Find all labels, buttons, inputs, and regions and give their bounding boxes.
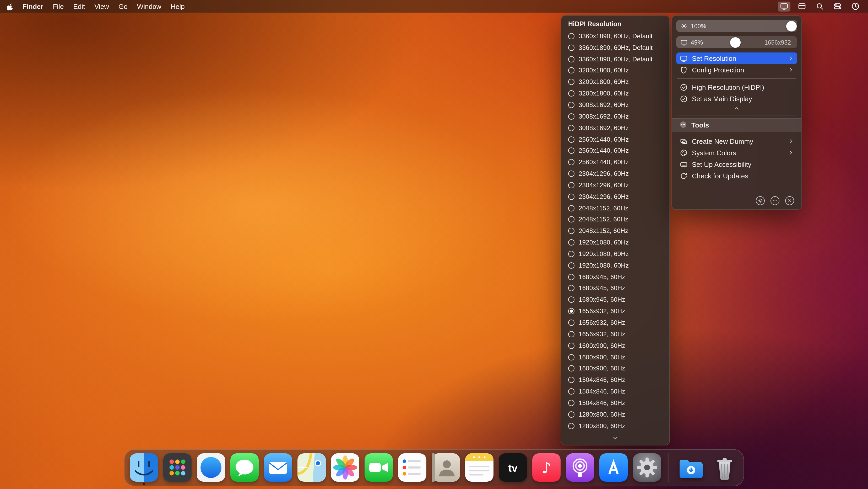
menu-go[interactable]: Go bbox=[119, 2, 128, 10]
menu-item-system-colors[interactable]: System Colors bbox=[676, 147, 797, 159]
apple-menu-icon[interactable] bbox=[6, 2, 13, 10]
resolution-option-label: 1504x846, 60Hz bbox=[579, 376, 625, 383]
resolution-option[interactable]: 2560x1440, 60Hz bbox=[567, 134, 664, 145]
dock-trash-icon[interactable] bbox=[709, 452, 739, 482]
resolution-option[interactable]: 2560x1440, 60Hz bbox=[567, 156, 664, 168]
resolution-option[interactable]: 3200x1800, 60Hz bbox=[567, 65, 664, 76]
dock-photos-icon[interactable] bbox=[330, 452, 360, 482]
resolution-option[interactable]: 1504x846, 60Hz bbox=[567, 374, 664, 386]
resolution-option[interactable]: 3008x1692, 60Hz bbox=[567, 99, 664, 111]
dock-app-store-icon[interactable] bbox=[598, 452, 628, 482]
dock-messages-icon[interactable] bbox=[229, 452, 259, 482]
resolution-option[interactable]: 1920x1080, 60Hz bbox=[567, 237, 664, 248]
resolution-option[interactable]: 1656x932, 60Hz bbox=[567, 306, 664, 317]
menu-window[interactable]: Window bbox=[137, 2, 161, 10]
resolution-option-label: 2048x1152, 60Hz bbox=[579, 204, 628, 212]
resolution-option[interactable]: 1680x945, 60Hz bbox=[567, 271, 664, 283]
menu-edit[interactable]: Edit bbox=[73, 2, 85, 10]
running-indicator bbox=[143, 483, 145, 485]
dock-notes-icon[interactable] bbox=[464, 452, 494, 482]
resolution-option[interactable]: 1680x945, 60Hz bbox=[567, 294, 664, 306]
radio-icon bbox=[568, 366, 575, 372]
check-circle-icon bbox=[679, 95, 688, 103]
panel-close-button[interactable] bbox=[785, 196, 794, 205]
resolution-option[interactable]: 1280x800, 60Hz bbox=[567, 420, 664, 432]
resolution-option[interactable]: 2560x1440, 60Hz bbox=[567, 145, 664, 156]
search-icon[interactable] bbox=[813, 1, 826, 11]
menu-item-set-up-accessibility[interactable]: Set Up Accessibility bbox=[676, 159, 797, 170]
resolution-option-label: 1504x846, 60Hz bbox=[579, 388, 625, 395]
dock-podcasts-icon[interactable] bbox=[565, 452, 595, 482]
resolution-option[interactable]: 1504x846, 60Hz bbox=[567, 397, 664, 409]
window-icon[interactable] bbox=[796, 1, 808, 11]
dock-reminders-icon[interactable] bbox=[397, 452, 427, 482]
menu-item-set-resolution[interactable]: Set Resolution bbox=[676, 53, 797, 64]
resolution-option[interactable]: 3360x1890, 60Hz, Default bbox=[567, 42, 664, 54]
ellipsis-circle-icon bbox=[679, 120, 687, 130]
brightness-slider[interactable]: 100% bbox=[676, 20, 797, 32]
resolution-option[interactable]: 2048x1152, 60Hz bbox=[567, 214, 664, 225]
menu-item-label: Set Up Accessibility bbox=[692, 160, 794, 168]
menu-file[interactable]: File bbox=[53, 2, 64, 10]
brightness-knob[interactable] bbox=[786, 21, 797, 31]
dock-facetime-icon[interactable] bbox=[364, 452, 393, 482]
dock-tv-icon[interactable]: tv bbox=[498, 452, 528, 482]
resolution-option[interactable]: 1600x900, 60Hz bbox=[567, 363, 664, 374]
resolution-option[interactable]: 3200x1800, 60Hz bbox=[567, 88, 664, 99]
panel-settings-gear-button[interactable] bbox=[756, 196, 765, 205]
resolution-option[interactable]: 1600x900, 60Hz bbox=[567, 351, 664, 363]
resolution-option[interactable]: 3200x1800, 60Hz bbox=[567, 76, 664, 88]
dock-mail-icon[interactable] bbox=[263, 452, 293, 482]
menu-view[interactable]: View bbox=[94, 2, 109, 10]
resolution-option[interactable]: 1280x800, 60Hz bbox=[567, 409, 664, 420]
dock-music-icon[interactable]: ♪ bbox=[531, 452, 561, 482]
menu-item-high-resolution-hidpi[interactable]: High Resolution (HiDPI) bbox=[676, 81, 797, 93]
resolution-option[interactable]: 2048x1152, 60Hz bbox=[567, 225, 664, 237]
resolution-option-label: 1920x1080, 60Hz bbox=[579, 262, 629, 269]
resolution-option[interactable]: 1504x846, 60Hz bbox=[567, 386, 664, 397]
resolution-knob[interactable] bbox=[730, 37, 741, 48]
active-app-menu[interactable]: Finder bbox=[23, 2, 43, 10]
resolution-option[interactable]: 2304x1296, 60Hz bbox=[567, 179, 664, 191]
resolution-option[interactable]: 1656x932, 60Hz bbox=[567, 317, 664, 328]
dock-launchpad-icon[interactable] bbox=[162, 452, 192, 482]
resolution-percent: 49% bbox=[691, 39, 703, 46]
svg-text:♪: ♪ bbox=[541, 458, 551, 477]
resolution-option-label: 1600x900, 60Hz bbox=[579, 342, 625, 349]
panel-menu-items: Set ResolutionConfig ProtectionHigh Reso… bbox=[676, 53, 797, 181]
resolution-option[interactable]: 2304x1296, 60Hz bbox=[567, 168, 664, 179]
dock-system-settings-icon[interactable] bbox=[632, 452, 662, 482]
panel-more-ellipsis-button[interactable] bbox=[771, 196, 779, 205]
resolution-option[interactable]: 1920x1080, 60Hz bbox=[567, 248, 664, 260]
shield-icon bbox=[679, 66, 688, 74]
chevron-right-icon bbox=[788, 67, 794, 73]
resolution-option-label: 2048x1152, 60Hz bbox=[579, 227, 628, 235]
resolution-option[interactable]: 3360x1890, 60Hz, Default bbox=[567, 30, 664, 42]
resolution-option[interactable]: 2048x1152, 60Hz bbox=[567, 202, 664, 214]
menu-item-set-as-main-display[interactable]: Set as Main Display bbox=[676, 93, 797, 105]
resolution-option-list: 3360x1890, 60Hz, Default3360x1890, 60Hz,… bbox=[567, 30, 664, 434]
menu-item-create-new-dummy[interactable]: Create New Dummy bbox=[676, 135, 797, 147]
resolution-option[interactable]: 2304x1296, 60Hz bbox=[567, 191, 664, 203]
resolution-option[interactable]: 1680x945, 60Hz bbox=[567, 283, 664, 294]
dock-maps-icon[interactable] bbox=[297, 452, 326, 482]
clock-icon[interactable] bbox=[849, 1, 862, 11]
scroll-down-chevron-icon[interactable] bbox=[567, 434, 664, 443]
resolution-option[interactable]: 3008x1692, 60Hz bbox=[567, 111, 664, 122]
resolution-option[interactable]: 1600x900, 60Hz bbox=[567, 340, 664, 351]
menu-help[interactable]: Help bbox=[170, 2, 185, 10]
resolution-option[interactable]: 3360x1890, 60Hz, Default bbox=[567, 53, 664, 65]
display-icon[interactable] bbox=[778, 1, 790, 11]
resolution-slider[interactable]: 49% 1656x932 bbox=[676, 36, 797, 48]
resolution-option[interactable]: 3008x1692, 60Hz bbox=[567, 122, 664, 134]
resolution-option[interactable]: 1920x1080, 60Hz bbox=[567, 260, 664, 271]
resolution-option[interactable]: 1656x932, 60Hz bbox=[567, 328, 664, 340]
dock-finder-icon[interactable] bbox=[129, 452, 159, 482]
menu-item-config-protection[interactable]: Config Protection bbox=[676, 64, 797, 76]
control-center-icon[interactable] bbox=[831, 1, 844, 11]
dock-contacts-icon[interactable] bbox=[431, 452, 461, 482]
dock-downloads-icon[interactable] bbox=[676, 452, 706, 482]
menu-item-check-for-updates[interactable]: Check for Updates bbox=[676, 170, 797, 181]
collapse-chevron-icon[interactable] bbox=[676, 105, 797, 112]
dock-safari-icon[interactable] bbox=[196, 452, 226, 482]
